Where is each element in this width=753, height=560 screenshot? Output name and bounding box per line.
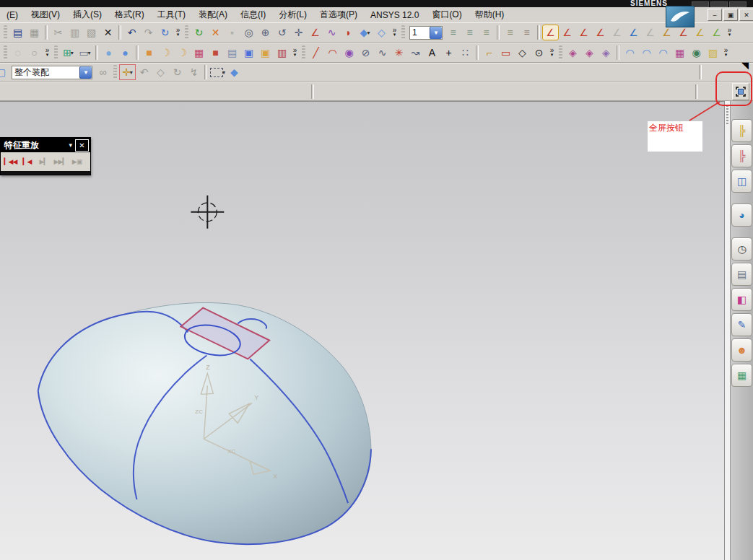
csys-axis-icon[interactable]: ∠ xyxy=(625,25,642,40)
selection-scope-combo-arrow-icon[interactable]: ▼ xyxy=(79,66,92,79)
surface-analyze-icon[interactable]: ◉ xyxy=(688,45,705,61)
replay-to-start-button[interactable]: ▎◀◀ xyxy=(2,154,19,169)
work-layer-combo[interactable]: 1▼ xyxy=(409,26,443,40)
trim-body-icon[interactable]: ▦ xyxy=(191,45,207,61)
standard-overflow-icon[interactable]: »▾ xyxy=(173,28,183,37)
find-component-icon[interactable]: ∞ xyxy=(95,64,111,80)
feature-replay-menu-arrow-icon[interactable]: ▾ xyxy=(66,141,75,149)
bridge-curve-icon[interactable]: ↝ xyxy=(407,45,424,61)
clipped-left-icon[interactable]: ▢ xyxy=(0,64,9,80)
part-navigator-button[interactable]: ◫ xyxy=(731,170,752,193)
shaded-display-icon[interactable]: ◆▾ xyxy=(357,25,373,40)
delete-icon[interactable]: ✕ xyxy=(100,25,116,40)
selection-scope-combo[interactable]: 整个装配▼ xyxy=(12,66,92,79)
surface-3-icon[interactable]: ◈ xyxy=(598,45,614,61)
roles-button[interactable]: ☻ xyxy=(731,338,752,362)
replay-step-back-button[interactable]: ▎◀ xyxy=(19,154,35,169)
refresh-icon[interactable]: ↻ xyxy=(191,25,207,40)
minimize-button[interactable]: – xyxy=(708,9,722,21)
feature-replay-titlebar[interactable]: 特征重放 ▾ ✕ xyxy=(1,138,90,152)
marquee-select-dropdown-icon[interactable]: ▾ xyxy=(222,69,225,76)
csys-grey-icon[interactable]: ∠ xyxy=(642,25,658,40)
restore-button[interactable]: ▣ xyxy=(723,9,738,21)
menu-format[interactable]: 格式(R) xyxy=(108,9,151,21)
swept-surface-2-icon[interactable]: ◠ xyxy=(638,45,655,61)
menu-ansys[interactable]: ANSYS 12.0 xyxy=(364,10,425,20)
iso-box-grey-icon[interactable]: ◇ xyxy=(152,64,169,80)
block-icon[interactable]: ■ xyxy=(141,45,157,61)
menu-assemblies[interactable]: 装配(A) xyxy=(192,9,234,21)
materials-palette-button[interactable]: ▤ xyxy=(731,263,752,286)
layer-visible-in-view-icon[interactable]: ≡ xyxy=(461,25,478,40)
layer-settings-icon[interactable]: ≡ xyxy=(445,25,461,40)
feature-overflow-left-icon[interactable]: »▾ xyxy=(43,48,52,57)
snap-point-icon[interactable]: ✛▾ xyxy=(119,64,136,80)
rectangle-tool-icon[interactable]: ▭ xyxy=(497,45,514,61)
revolve-2-icon[interactable]: ☽ xyxy=(174,45,191,61)
shaded-cube-icon[interactable]: ◆ xyxy=(226,64,243,80)
datum-plane-icon[interactable]: ▭▾ xyxy=(77,45,93,61)
toolbar-grip[interactable] xyxy=(302,45,305,60)
menu-analysis[interactable]: 分析(L) xyxy=(272,9,313,21)
circle-helix-icon[interactable]: ◉ xyxy=(341,45,357,61)
menu-help[interactable]: 帮助(H) xyxy=(469,9,511,21)
menu-edit[interactable]: (E) xyxy=(0,10,25,20)
constraint-navigator-button[interactable]: ╠ xyxy=(731,144,752,167)
copy-to-layer-icon[interactable]: ≡ xyxy=(518,25,535,40)
replay-step-forward-button[interactable]: ▶▎ xyxy=(35,154,52,169)
surface-2-icon[interactable]: ◈ xyxy=(581,45,598,61)
spline-icon[interactable]: ∿ xyxy=(374,45,391,61)
corner-curve-icon[interactable]: ⌐ xyxy=(481,45,497,61)
orient-view-icon[interactable]: ∠ xyxy=(307,25,323,40)
history-button[interactable]: ◷ xyxy=(731,237,752,261)
rotate-point-grey-icon[interactable]: ↻ xyxy=(169,64,186,80)
tool-palette-button[interactable]: ✎ xyxy=(731,313,752,336)
feature-book-icon[interactable]: ▥ xyxy=(274,45,290,61)
curve-overflow-icon[interactable]: »▾ xyxy=(547,48,557,57)
undo-selection-icon[interactable]: ↶ xyxy=(136,64,152,80)
resource-bar-splitter[interactable] xyxy=(724,101,731,560)
feature-overflow-icon[interactable]: »▾ xyxy=(290,48,300,57)
fullscreen-button[interactable] xyxy=(732,83,749,100)
toolbar-grip[interactable] xyxy=(113,65,117,79)
work-layer-combo-arrow-icon[interactable]: ▼ xyxy=(430,27,442,39)
internet-browser-button[interactable]: ◕ xyxy=(731,204,752,227)
csys-sphere-icon[interactable]: ∠ xyxy=(708,25,725,40)
menu-information[interactable]: 信息(I) xyxy=(234,9,272,21)
grey-feature-1-icon[interactable]: ◌ xyxy=(9,45,26,61)
visualization-palette-button[interactable]: ◧ xyxy=(731,288,752,311)
window-titlebar[interactable]: SIEMENS xyxy=(0,0,753,7)
csys-origin-icon[interactable]: ∠ xyxy=(575,25,592,40)
surface-1-icon[interactable]: ◈ xyxy=(565,45,581,61)
replay-to-end-button[interactable]: ▶▣ xyxy=(69,154,85,169)
zoom-box-icon[interactable]: ◎ xyxy=(240,25,257,40)
csys-constructor-icon[interactable]: ∠ xyxy=(559,25,575,40)
datum-plane-dropdown-icon[interactable]: ▾ xyxy=(88,50,91,56)
ellipse-tool-icon[interactable]: ⊙ xyxy=(531,45,547,61)
extrude-red-icon[interactable]: ■ xyxy=(207,45,224,61)
titlebar-close-button[interactable] xyxy=(729,1,747,7)
toolbar-grip[interactable] xyxy=(401,25,405,40)
surface-overflow-icon[interactable]: »▾ xyxy=(721,48,731,57)
mesh-surface-icon[interactable]: ▦ xyxy=(671,45,688,61)
revolve-1-icon[interactable]: ☽ xyxy=(157,45,174,61)
utility-overflow-icon[interactable]: »▾ xyxy=(725,28,734,37)
text-tool-icon[interactable]: A xyxy=(424,45,440,61)
sketch-dropdown-icon[interactable]: ▾ xyxy=(71,50,74,56)
boolean-unite-icon[interactable]: ▣ xyxy=(240,45,257,61)
feature-replay-close-button[interactable]: ✕ xyxy=(75,139,89,152)
view-overflow-icon[interactable]: »▾ xyxy=(390,28,399,37)
close-button[interactable]: ✕ xyxy=(739,9,753,21)
eraser-icon[interactable]: ◗ xyxy=(340,25,357,40)
drag-grey-icon[interactable]: ↯ xyxy=(186,64,202,80)
spreadsheet-close-icon[interactable]: ✕ xyxy=(207,25,224,40)
menu-preferences[interactable]: 首选项(P) xyxy=(313,9,364,21)
sheet-surface-icon[interactable]: ▨ xyxy=(705,45,721,61)
snap-point-dropdown-icon[interactable]: ▾ xyxy=(130,69,133,76)
feature-list-icon[interactable]: ▤ xyxy=(224,45,240,61)
point-tool-icon[interactable]: + xyxy=(440,45,457,61)
csys-rotate-icon[interactable]: ∠ xyxy=(592,25,609,40)
toolbar-grip[interactable] xyxy=(4,25,7,40)
toolbar-grip[interactable] xyxy=(185,25,188,40)
inactive-tool-icon[interactable]: ▪ xyxy=(224,25,240,40)
